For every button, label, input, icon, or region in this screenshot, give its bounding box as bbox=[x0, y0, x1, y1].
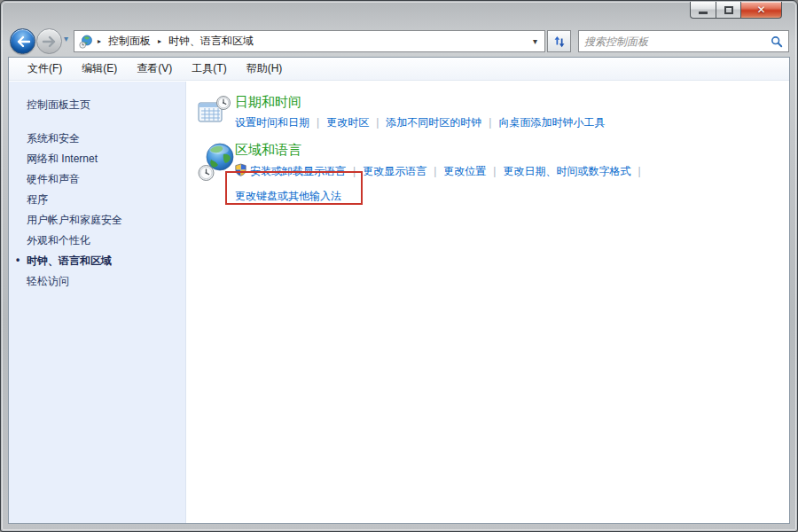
body-area: 控制面板主页 •系统和安全 •网络和 Internet •硬件和声音 •程序 •… bbox=[9, 82, 789, 523]
recent-pages-dropdown[interactable]: ▾ bbox=[64, 34, 68, 43]
link-separator: | bbox=[376, 116, 379, 129]
uac-shield-icon bbox=[235, 163, 246, 176]
sidebar-item-label: 程序 bbox=[27, 193, 48, 206]
minimize-button[interactable] bbox=[690, 2, 716, 19]
sidebar-item-user-accounts[interactable]: •用户帐户和家庭安全 bbox=[9, 210, 185, 231]
date-time-title[interactable]: 日期和时间 bbox=[235, 94, 605, 110]
link-separator: | bbox=[434, 165, 436, 177]
maximize-button[interactable] bbox=[716, 2, 741, 19]
section-region-language: 区域和语言 安装或卸载显示语言|更改显示语言|更改位置|更改日期、时间或数字格式… bbox=[198, 142, 789, 203]
main-content: 日期和时间 设置时间和日期|更改时区|添加不同时区的时钟|向桌面添加时钟小工具 bbox=[186, 82, 789, 523]
section-body: 日期和时间 设置时间和日期|更改时区|添加不同时区的时钟|向桌面添加时钟小工具 bbox=[235, 94, 605, 129]
section-icon-column bbox=[198, 94, 235, 130]
link-change-keyboards-input-methods[interactable]: 更改键盘或其他输入法 bbox=[235, 190, 341, 202]
back-button[interactable] bbox=[10, 28, 35, 54]
control-panel-icon bbox=[79, 35, 93, 49]
region-language-links-row2: 更改键盘或其他输入法 bbox=[235, 189, 648, 203]
sidebar-item-system-security[interactable]: •系统和安全 bbox=[9, 129, 185, 149]
sidebar-item-clock-language-region[interactable]: •时钟、语言和区域 bbox=[9, 251, 185, 271]
search-icon[interactable] bbox=[771, 35, 783, 48]
menu-edit[interactable]: 编辑(E) bbox=[72, 58, 127, 80]
link-separator: | bbox=[353, 165, 356, 177]
section-icon-column bbox=[198, 142, 235, 185]
link-change-location[interactable]: 更改位置 bbox=[443, 165, 486, 177]
menu-bar: 文件(F) 编辑(E) 查看(V) 工具(T) 帮助(H) bbox=[9, 58, 789, 81]
date-time-links: 设置时间和日期|更改时区|添加不同时区的时钟|向桌面添加时钟小工具 bbox=[235, 115, 605, 129]
sidebar-item-network-internet[interactable]: •网络和 Internet bbox=[9, 149, 185, 169]
search-box bbox=[578, 30, 789, 52]
link-change-date-time-number-formats[interactable]: 更改日期、时间或数字格式 bbox=[503, 165, 630, 177]
link-install-uninstall-languages[interactable]: 安装或卸载显示语言 bbox=[250, 165, 346, 177]
sidebar: 控制面板主页 •系统和安全 •网络和 Internet •硬件和声音 •程序 •… bbox=[9, 82, 186, 523]
search-input[interactable] bbox=[584, 35, 771, 48]
address-bar[interactable]: ▸ 控制面板 ▸ 时钟、语言和区域 ▾ bbox=[74, 30, 545, 52]
forward-arrow-icon bbox=[42, 35, 58, 49]
section-date-time: 日期和时间 设置时间和日期|更改时区|添加不同时区的时钟|向桌面添加时钟小工具 bbox=[198, 94, 789, 130]
link-change-display-language[interactable]: 更改显示语言 bbox=[363, 165, 426, 177]
breadcrumb-control-panel[interactable]: 控制面板 bbox=[106, 32, 153, 51]
sidebar-item-label: 系统和安全 bbox=[27, 132, 80, 145]
breadcrumb-arrow-icon: ▸ bbox=[98, 37, 101, 45]
refresh-icon bbox=[553, 35, 566, 48]
sidebar-item-appearance[interactable]: •外观和个性化 bbox=[9, 231, 185, 251]
menu-help[interactable]: 帮助(H) bbox=[237, 58, 293, 80]
section-body: 区域和语言 安装或卸载显示语言|更改显示语言|更改位置|更改日期、时间或数字格式… bbox=[235, 142, 648, 203]
sidebar-item-label: 外观和个性化 bbox=[27, 234, 90, 246]
link-add-clock-gadget[interactable]: 向桌面添加时钟小工具 bbox=[498, 116, 605, 129]
link-separator: | bbox=[638, 165, 640, 177]
region-language-links-row1: 安装或卸载显示语言|更改显示语言|更改位置|更改日期、时间或数字格式| bbox=[235, 163, 648, 178]
close-icon: ✕ bbox=[756, 3, 765, 18]
link-set-time-date[interactable]: 设置时间和日期 bbox=[235, 116, 309, 129]
sidebar-item-label: 时钟、语言和区域 bbox=[27, 254, 112, 267]
selected-bullet-icon: • bbox=[16, 254, 20, 266]
menu-tools[interactable]: 工具(T) bbox=[182, 58, 236, 80]
region-language-title[interactable]: 区域和语言 bbox=[235, 142, 648, 158]
refresh-button[interactable] bbox=[547, 30, 571, 52]
title-bar[interactable] bbox=[1, 1, 797, 24]
sidebar-item-hardware-sound[interactable]: •硬件和声音 bbox=[9, 169, 185, 190]
globe-clock-icon[interactable] bbox=[198, 143, 235, 182]
link-separator: | bbox=[317, 116, 319, 129]
minimize-icon bbox=[699, 12, 708, 14]
breadcrumb-arrow-icon: ▸ bbox=[158, 37, 161, 45]
address-dropdown-button[interactable]: ▾ bbox=[528, 35, 542, 48]
breadcrumb-clock-language-region[interactable]: 时钟、语言和区域 bbox=[166, 32, 256, 51]
forward-button[interactable] bbox=[36, 28, 62, 54]
sidebar-item-home[interactable]: 控制面板主页 bbox=[9, 93, 185, 117]
close-button[interactable]: ✕ bbox=[741, 2, 782, 19]
sidebar-item-programs[interactable]: •程序 bbox=[9, 190, 185, 210]
link-change-time-zone[interactable]: 更改时区 bbox=[326, 116, 369, 129]
sidebar-item-label: 轻松访问 bbox=[27, 275, 69, 287]
sidebar-item-ease-of-access[interactable]: •轻松访问 bbox=[9, 271, 185, 292]
back-arrow-icon bbox=[15, 35, 31, 49]
client-area: 文件(F) 编辑(E) 查看(V) 工具(T) 帮助(H) 控制面板主页 •系统… bbox=[8, 57, 790, 524]
control-panel-window: ✕ ▾ ▸ 控制面板 ▸ 时钟、语言和区域 ▾ bbox=[0, 0, 798, 532]
link-separator: | bbox=[493, 165, 496, 177]
window-controls: ✕ bbox=[690, 2, 782, 19]
sidebar-item-label: 硬件和声音 bbox=[27, 173, 80, 185]
link-separator: | bbox=[489, 116, 491, 129]
maximize-icon bbox=[724, 6, 733, 14]
calendar-clock-icon[interactable] bbox=[198, 95, 231, 127]
sidebar-item-label: 用户帐户和家庭安全 bbox=[27, 214, 122, 226]
sidebar-item-label: 网络和 Internet bbox=[27, 153, 98, 165]
menu-file[interactable]: 文件(F) bbox=[18, 58, 72, 80]
link-add-clocks[interactable]: 添加不同时区的时钟 bbox=[386, 116, 481, 129]
menu-view[interactable]: 查看(V) bbox=[127, 58, 182, 80]
